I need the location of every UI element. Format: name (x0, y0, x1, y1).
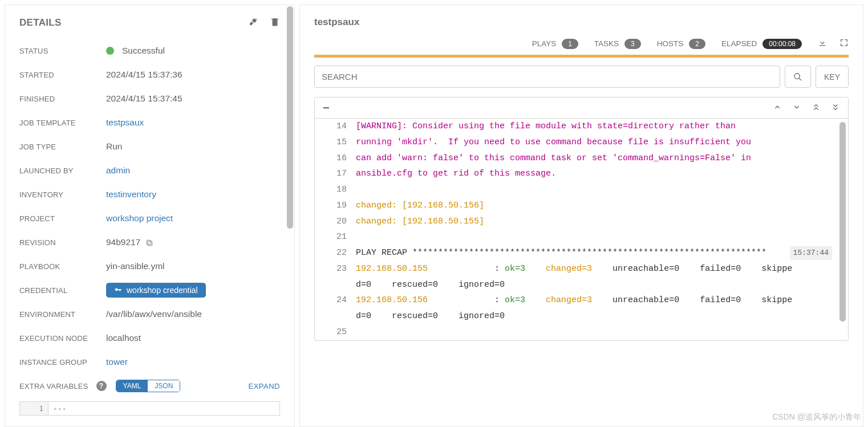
status-value: Successful (106, 46, 165, 56)
download-icon[interactable] (818, 38, 827, 49)
elapsed-badge: 00:00:08 (762, 39, 802, 49)
playbook-value: yin-ansible.yml (106, 261, 165, 271)
project-label: PROJECT (19, 214, 106, 223)
expand-button[interactable]: EXPAND (249, 382, 281, 391)
instancegroup-label: INSTANCE GROUP (19, 358, 106, 367)
collapse-icon[interactable]: − (323, 102, 330, 113)
double-chevron-up-icon[interactable] (812, 103, 821, 113)
output-line: can add 'warn: false' to this command ta… (356, 151, 848, 166)
watermark: CSDN @追风筝的小青年 (772, 412, 861, 422)
instancegroup-link[interactable]: tower (106, 357, 128, 367)
vars-content: --- (48, 402, 71, 415)
status-bar (314, 55, 849, 58)
template-link[interactable]: testpsaux (106, 117, 144, 128)
credential-badge[interactable]: workshop credential (106, 283, 206, 298)
output-panel: testpsaux PLAYS1 TASKS3 HOSTS2 ELAPSED00… (299, 5, 863, 427)
details-panel: DETAILS STATUSSuccessful STARTED2024/4/1… (5, 5, 295, 427)
output-line: [WARNING]: Consider using the file modul… (356, 119, 848, 135)
output-line: PLAY RECAP *****************************… (356, 245, 848, 261)
help-icon[interactable]: ? (96, 381, 107, 391)
output-line: 192.168.50.156 : ok=3 changed=3 unreacha… (356, 292, 848, 324)
double-chevron-down-icon[interactable] (831, 103, 840, 113)
copy-icon[interactable] (145, 237, 154, 247)
chevron-down-icon[interactable] (792, 103, 801, 113)
extravars-label: EXTRA VARIABLES (19, 382, 88, 391)
template-label: JOB TEMPLATE (19, 119, 106, 127)
output-line: running 'mkdir'. If you need to use comm… (356, 135, 848, 151)
timestamp-badge: 15:37:44 (790, 246, 832, 260)
jobtype-label: JOB TYPE (19, 143, 106, 151)
format-toggle: YAML JSON (116, 380, 181, 392)
status-dot-icon (106, 47, 114, 55)
output-line: 192.168.50.155 : ok=3 changed=3 unreacha… (356, 261, 848, 293)
playbook-label: PLAYBOOK (19, 262, 106, 271)
output-box: − 14[WARNING]: Consider using the file m… (314, 97, 849, 341)
expand-output-icon[interactable] (839, 38, 849, 49)
launchedby-link[interactable]: admin (106, 165, 130, 176)
extra-vars-editor[interactable]: 1 --- (19, 401, 280, 416)
environment-label: ENVIRONMENT (19, 310, 106, 319)
yaml-button[interactable]: YAML (116, 380, 148, 392)
output-line: changed: [192.168.50.156] (356, 198, 848, 214)
inventory-link[interactable]: testinventory (106, 189, 156, 200)
jobtype-value: Run (106, 141, 122, 152)
started-value: 2024/4/15 15:37:36 (106, 70, 182, 80)
credential-label: CREDENTIAL (19, 286, 106, 295)
hosts-badge: 2 (689, 39, 705, 49)
finished-value: 2024/4/15 15:37:45 (106, 93, 182, 104)
svg-rect-0 (148, 241, 152, 245)
left-scrollbar[interactable] (287, 6, 293, 229)
plays-badge: 1 (562, 39, 578, 49)
execnode-label: EXECUTION NODE (19, 334, 106, 343)
svg-rect-1 (147, 240, 151, 244)
tasks-stat: TASKS3 (594, 39, 641, 49)
output-line (356, 229, 848, 245)
chevron-up-icon[interactable] (773, 103, 782, 113)
project-link[interactable]: workshop project (106, 213, 173, 223)
search-button[interactable] (785, 66, 811, 88)
started-label: STARTED (19, 71, 106, 79)
key-button[interactable]: KEY (816, 66, 849, 88)
environment-value: /var/lib/awx/venv/ansible (106, 309, 202, 319)
output-body[interactable]: 14[WARNING]: Consider using the file mod… (315, 119, 848, 340)
output-line: ansible.cfg to get rid of this message. (356, 166, 848, 182)
delete-icon[interactable] (270, 17, 280, 29)
details-title: DETAILS (19, 17, 62, 29)
elapsed-stat: ELAPSED00:00:08 (721, 39, 802, 49)
launchedby-label: LAUNCHED BY (19, 166, 106, 175)
search-input[interactable] (314, 66, 780, 88)
status-label: STATUS (19, 47, 106, 55)
hosts-stat: HOSTS2 (657, 39, 705, 49)
relaunch-icon[interactable] (248, 17, 258, 29)
job-title: testpsaux (314, 17, 849, 28)
vars-line-num: 1 (20, 402, 48, 415)
json-button[interactable]: JSON (148, 380, 180, 392)
revision-value: 94b9217 (106, 237, 154, 247)
inventory-label: INVENTORY (19, 190, 106, 199)
revision-label: REVISION (19, 238, 106, 247)
output-line: changed: [192.168.50.155] (356, 214, 848, 230)
execnode-value: localhost (106, 333, 141, 343)
output-line (356, 182, 848, 198)
output-scrollbar[interactable] (839, 122, 846, 322)
output-line (356, 324, 848, 340)
plays-stat: PLAYS1 (532, 39, 578, 49)
finished-label: FINISHED (19, 95, 106, 103)
tasks-badge: 3 (624, 39, 641, 49)
key-icon (114, 286, 122, 294)
